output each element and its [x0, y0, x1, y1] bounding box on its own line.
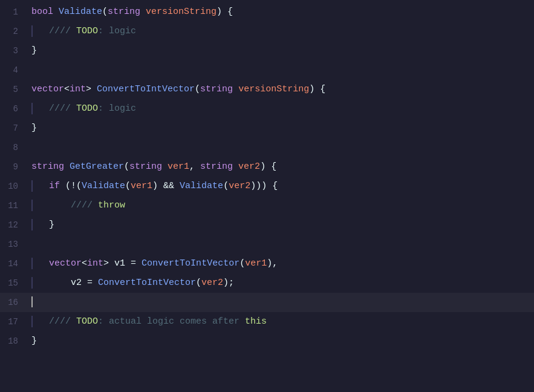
- token-plain: >: [86, 84, 97, 94]
- code-line: 8: [0, 138, 534, 157]
- token-plain: >: [103, 258, 114, 269]
- indent-space: [33, 200, 71, 211]
- token-comment: ////: [71, 200, 98, 211]
- code-line: 14 vector<int> v1 = ConvertToIntVector(v…: [0, 254, 534, 273]
- code-line: 12 }: [0, 215, 534, 235]
- token-param: ver1: [168, 162, 189, 172]
- token-param: ver2: [238, 162, 260, 172]
- line-content: //// TODO: actual logic comes after this: [29, 312, 534, 332]
- token-plain: }: [49, 220, 54, 230]
- token-plain: <: [82, 258, 87, 269]
- token-todo: TODO: [76, 103, 98, 114]
- token-kw: string: [200, 84, 238, 94]
- indent-space: [33, 181, 49, 191]
- token-kw: string: [129, 162, 168, 172]
- token-plain: (: [102, 7, 108, 17]
- code-line: 5vector<int> ConvertToIntVector(string v…: [0, 80, 534, 99]
- token-param: ver1: [245, 258, 267, 269]
- code-line: 3}: [0, 41, 534, 60]
- token-kw: bool: [31, 7, 59, 17]
- token-param: ver2: [229, 181, 250, 191]
- token-kw: vector: [31, 84, 64, 94]
- token-kw: int: [70, 84, 86, 94]
- token-plain: (: [125, 181, 131, 191]
- token-comment: : actual logic comes after: [98, 316, 245, 327]
- token-plain: ) {: [309, 84, 325, 94]
- line-content: if (!(Validate(ver1) && Validate(ver2)))…: [29, 177, 534, 196]
- token-todo: TODO: [76, 26, 98, 36]
- code-line: 16: [0, 293, 534, 312]
- line-number: 4: [0, 60, 29, 80]
- token-todo: throw: [98, 200, 125, 211]
- line-number: 5: [0, 80, 29, 99]
- code-line: 13: [0, 235, 534, 254]
- line-content: v2 = ConvertToIntVector(ver2);: [29, 273, 534, 293]
- code-line: 6 //// TODO: logic: [0, 99, 534, 119]
- token-param: versionString: [146, 7, 217, 17]
- token-plain: ) {: [260, 162, 276, 172]
- token-comment: ////: [49, 316, 76, 327]
- token-var: v2: [71, 278, 82, 288]
- token-fn: GetGreater: [70, 162, 124, 172]
- indent-space: [33, 220, 49, 230]
- line-content: bool Validate(string versionString) {: [29, 2, 534, 22]
- line-content: }: [29, 215, 534, 235]
- token-plain: (: [239, 258, 245, 269]
- token-kw: string: [200, 162, 238, 172]
- token-kw: vector: [49, 258, 82, 269]
- token-comment: : logic: [98, 103, 136, 114]
- line-content: vector<int> ConvertToIntVector(string ve…: [29, 80, 534, 99]
- token-comment: ////: [49, 26, 76, 36]
- line-number: 13: [0, 235, 29, 254]
- line-content: }: [29, 41, 534, 60]
- token-kw: string: [108, 7, 146, 17]
- token-plain: }: [31, 123, 37, 133]
- line-number: 9: [0, 157, 29, 177]
- code-line: 18}: [0, 332, 534, 351]
- token-fn: ConvertToIntVector: [98, 278, 196, 288]
- token-plain: ,: [189, 162, 200, 172]
- line-number: 18: [0, 332, 29, 351]
- indent-space: [33, 278, 71, 288]
- token-param: versionString: [238, 84, 309, 94]
- line-number: 8: [0, 138, 29, 157]
- line-content: }: [29, 332, 534, 351]
- code-line: 9string GetGreater(string ver1, string v…: [0, 157, 534, 177]
- line-number: 10: [0, 177, 29, 196]
- token-plain: (: [223, 181, 229, 191]
- token-plain: =: [125, 258, 142, 269]
- token-kw: string: [31, 162, 70, 172]
- token-fn: Validate: [82, 181, 125, 191]
- code-line: 11 //// throw: [0, 196, 534, 215]
- code-line: 7}: [0, 119, 534, 138]
- line-number: 15: [0, 273, 29, 293]
- line-number: 11: [0, 196, 29, 215]
- token-plain: (: [124, 162, 129, 172]
- text-cursor: [31, 296, 33, 307]
- token-fn: ConvertToIntVector: [97, 84, 195, 94]
- code-editor[interactable]: 1bool Validate(string versionString) {2 …: [0, 0, 534, 392]
- code-line: 2 //// TODO: logic: [0, 22, 534, 41]
- token-fn: Validate: [180, 181, 223, 191]
- line-content: //// TODO: logic: [29, 99, 534, 119]
- code-line: 15 v2 = ConvertToIntVector(ver2);: [0, 273, 534, 293]
- line-number: 2: [0, 22, 29, 41]
- code-line: 17 //// TODO: actual logic comes after t…: [0, 312, 534, 332]
- token-comment: : logic: [98, 26, 136, 36]
- code-line: 10 if (!(Validate(ver1) && Validate(ver2…: [0, 177, 534, 196]
- line-number: 12: [0, 215, 29, 235]
- token-plain: (: [196, 278, 201, 288]
- token-plain: ),: [267, 258, 278, 269]
- code-line: 1bool Validate(string versionString) {: [0, 2, 534, 22]
- line-content: string GetGreater(string ver1, string ve…: [29, 157, 534, 177]
- indent-space: [33, 26, 49, 36]
- token-plain: ))) {: [250, 181, 278, 191]
- token-comment: ////: [49, 103, 76, 114]
- token-plain: =: [82, 278, 98, 288]
- line-content: [29, 293, 534, 312]
- indent-space: [33, 316, 49, 327]
- token-plain: ) {: [217, 7, 233, 17]
- line-number: 17: [0, 312, 29, 332]
- token-plain: }: [31, 45, 37, 56]
- token-var: v1: [114, 258, 125, 269]
